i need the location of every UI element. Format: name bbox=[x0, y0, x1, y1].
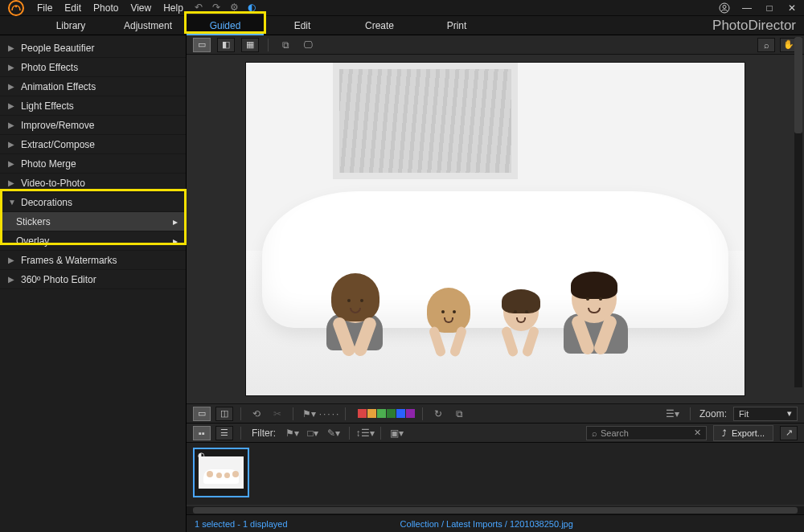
swatch-orange[interactable] bbox=[367, 409, 376, 418]
separator bbox=[380, 427, 381, 440]
filter-sort-icon[interactable]: ↕☰▾ bbox=[357, 426, 373, 440]
separator bbox=[690, 407, 691, 420]
layout-split-icon[interactable]: ◫ bbox=[215, 407, 233, 421]
swatch-red[interactable] bbox=[358, 409, 367, 418]
mirror-icon[interactable]: ⧉ bbox=[277, 38, 293, 52]
chevron-right-icon: ▸ bbox=[173, 216, 178, 227]
view-single-icon[interactable]: ▭ bbox=[193, 38, 211, 52]
minimize-button[interactable]: — bbox=[740, 2, 754, 14]
menu-file[interactable]: File bbox=[37, 2, 52, 14]
sidebar-subitem-overlay[interactable]: Overlay▸ bbox=[0, 231, 186, 251]
chevron-right-icon: ▶ bbox=[8, 63, 16, 72]
sidebar-item-decorations[interactable]: ▼Decorations bbox=[0, 193, 186, 212]
sidebar-item-people-beautifier[interactable]: ▶People Beautifier bbox=[0, 39, 186, 58]
swatch-green[interactable] bbox=[377, 409, 386, 418]
menu-view[interactable]: View bbox=[130, 2, 151, 14]
separator bbox=[345, 407, 346, 420]
separator bbox=[422, 407, 423, 420]
menu-edit[interactable]: Edit bbox=[64, 2, 81, 14]
sidebar-item-label: Animation Effects bbox=[21, 81, 96, 92]
sidebar-item-animation-effects[interactable]: ▶Animation Effects bbox=[0, 77, 186, 96]
sidebar-item-360-photo-editor[interactable]: ▶360º Photo Editor bbox=[0, 270, 186, 289]
menu-photo[interactable]: Photo bbox=[93, 2, 118, 14]
filter-edited-icon[interactable]: ✎▾ bbox=[326, 426, 342, 440]
notification-icon[interactable]: ◐ bbox=[248, 2, 260, 14]
filter-label-icon[interactable]: □▾ bbox=[305, 426, 321, 440]
chevron-right-icon: ▶ bbox=[8, 275, 16, 284]
sidebar-item-light-effects[interactable]: ▶Light Effects bbox=[0, 96, 186, 116]
settings-icon[interactable]: ⚙ bbox=[230, 2, 243, 14]
swatch-blue[interactable] bbox=[396, 409, 405, 418]
titlebar: File Edit Photo View Help ↶ ↷ ⚙ ◐ — □ ✕ bbox=[0, 0, 804, 16]
sidebar-item-label: Photo Effects bbox=[21, 62, 78, 73]
maximize-button[interactable]: □ bbox=[762, 2, 777, 14]
vertical-scrollbar[interactable] bbox=[794, 37, 802, 387]
export-button[interactable]: ⤴ Export... bbox=[713, 425, 773, 441]
sidebar-item-photo-merge[interactable]: ▶Photo Merge bbox=[0, 154, 186, 174]
mode-tabs: Library Adjustment Guided Edit Create Pr… bbox=[0, 16, 804, 35]
swatch-darkgreen[interactable] bbox=[387, 409, 396, 418]
canvas[interactable] bbox=[187, 55, 804, 403]
separator bbox=[293, 407, 293, 420]
rating-dots[interactable]: ····· bbox=[322, 407, 338, 421]
sidebar-item-label: Improve/Remove bbox=[21, 120, 94, 131]
filter-stack-icon[interactable]: ▣▾ bbox=[388, 426, 404, 440]
guided-sidebar: ▶People Beautifier ▶Photo Effects ▶Anima… bbox=[0, 35, 187, 532]
user-icon[interactable] bbox=[717, 2, 732, 14]
swatch-purple[interactable] bbox=[406, 409, 415, 418]
app-logo[interactable] bbox=[0, 0, 32, 16]
flag-icon[interactable]: ⚑▾ bbox=[301, 407, 317, 421]
sidebar-subitem-label: Overlay bbox=[16, 235, 49, 247]
zoom-value: Fit bbox=[739, 409, 749, 419]
filter-label: Filter: bbox=[252, 428, 276, 439]
tab-guided[interactable]: Guided bbox=[187, 16, 264, 35]
close-button[interactable]: ✕ bbox=[785, 2, 799, 14]
view-compare-icon[interactable]: ◧ bbox=[217, 38, 235, 52]
sidebar-item-photo-effects[interactable]: ▶Photo Effects bbox=[0, 58, 186, 77]
separator bbox=[240, 407, 241, 420]
copy-settings-icon[interactable]: ⧉ bbox=[451, 407, 467, 421]
sidebar-item-extract-compose[interactable]: ▶Extract/Compose bbox=[0, 135, 186, 154]
tab-edit[interactable]: Edit bbox=[264, 16, 341, 35]
view-grid-icon[interactable]: ▦ bbox=[241, 38, 259, 52]
thumbnail[interactable]: ◐ bbox=[193, 448, 249, 497]
tab-library[interactable]: Library bbox=[32, 16, 109, 35]
sidebar-subitem-label: Stickers bbox=[16, 216, 51, 227]
selection-status: 1 selected - 1 displayed bbox=[195, 519, 288, 529]
crop-icon: ✂ bbox=[269, 407, 285, 421]
zoom-label: Zoom: bbox=[699, 408, 727, 419]
layout-single-icon[interactable]: ▭ bbox=[193, 407, 211, 421]
menu-help[interactable]: Help bbox=[163, 2, 183, 14]
sidebar-subitem-stickers[interactable]: Stickers▸ bbox=[0, 212, 186, 231]
tab-print[interactable]: Print bbox=[418, 16, 495, 35]
thumb-size-list-icon[interactable]: ☰ bbox=[215, 426, 233, 440]
filter-toolbar: ▪▪ ☰ Filter: ⚑▾ □▾ ✎▾ ↕☰▾ ▣▾ ⌕ Search ✕ … bbox=[187, 423, 804, 442]
reset-icon[interactable]: ↻ bbox=[430, 407, 446, 421]
sidebar-item-video-to-photo[interactable]: ▶Video-to-Photo bbox=[0, 174, 186, 193]
undo-icon[interactable]: ↶ bbox=[195, 2, 207, 14]
sidebar-item-label: Light Effects bbox=[21, 100, 74, 112]
chevron-right-icon: ▶ bbox=[8, 121, 16, 129]
search-input[interactable]: ⌕ Search ✕ bbox=[586, 426, 707, 440]
sidebar-item-label: Frames & Watermarks bbox=[21, 255, 117, 266]
svg-point-1 bbox=[15, 5, 17, 6]
sidebar-item-label: Extract/Compose bbox=[21, 139, 95, 150]
filter-flag-icon[interactable]: ⚑▾ bbox=[284, 426, 300, 440]
breadcrumb: Collection / Latest Imports / 1201038250… bbox=[400, 519, 573, 529]
preview-toolbar: ▭ ◫ ⟲ ✂ ⚑▾ ····· ↻ ⧉ ☰▾ Zoom: bbox=[187, 403, 804, 423]
thumb-size-small-icon[interactable]: ▪▪ bbox=[193, 426, 211, 440]
display-icon[interactable]: 🖵 bbox=[300, 38, 316, 52]
zoom-tool-icon[interactable]: ⌕ bbox=[757, 38, 775, 52]
zoom-select[interactable]: Fit▾ bbox=[733, 407, 798, 421]
sidebar-item-improve-remove[interactable]: ▶Improve/Remove bbox=[0, 116, 186, 135]
tab-adjustment[interactable]: Adjustment bbox=[109, 16, 187, 35]
share-button[interactable]: ↗ bbox=[780, 426, 798, 440]
clear-search-icon[interactable]: ✕ bbox=[694, 428, 701, 438]
sidebar-item-frames-watermarks[interactable]: ▶Frames & Watermarks bbox=[0, 251, 186, 270]
tab-create[interactable]: Create bbox=[341, 16, 418, 35]
thumbnail-scrollbar[interactable] bbox=[187, 506, 804, 514]
color-labels[interactable] bbox=[358, 409, 415, 418]
sort-icon[interactable]: ☰▾ bbox=[665, 407, 681, 421]
redo-icon[interactable]: ↷ bbox=[212, 2, 225, 14]
rotate-ccw-icon[interactable]: ⟲ bbox=[248, 407, 265, 421]
